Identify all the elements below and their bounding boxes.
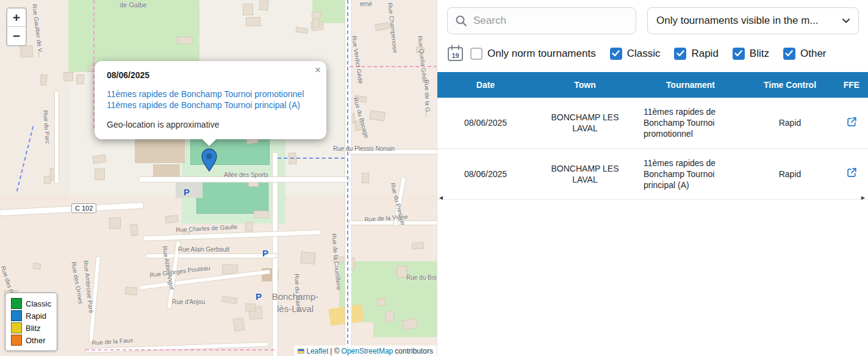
zoom-in-button[interactable]: +	[7, 9, 26, 27]
header-tournament[interactable]: Tournament	[636, 72, 745, 98]
map-building	[355, 96, 366, 102]
only-norm-label: Only norm tournaments	[487, 48, 596, 60]
filter-only-norm[interactable]: Only norm tournaments	[470, 48, 596, 60]
filter-rapid[interactable]: Rapid	[674, 48, 718, 60]
cell-ffe	[835, 98, 868, 148]
map-cycle-route	[347, 0, 348, 356]
zoom-out-button[interactable]: −	[7, 27, 26, 45]
rapid-label: Rapid	[691, 48, 718, 60]
map-building	[165, 216, 178, 223]
rapid-checkbox[interactable]	[674, 48, 686, 60]
map-building	[334, 256, 343, 262]
map[interactable]: de GalbeernéRue Gaultier de V...Rue du P…	[0, 0, 437, 356]
other-checkbox[interactable]	[783, 48, 795, 60]
map-building	[397, 266, 407, 278]
header-time-control[interactable]: Time Control	[745, 72, 835, 98]
calendar-icon[interactable]: 19	[447, 45, 464, 62]
legend-label: Other	[26, 336, 46, 345]
map-building	[412, 242, 423, 249]
legend-row: Blitz	[11, 322, 51, 334]
map-building	[33, 263, 40, 269]
tournament-panel: ◄ ► Only tournaments visible in the m...	[437, 0, 868, 356]
visibility-filter-select[interactable]: Only tournaments visible in the m...	[647, 7, 859, 34]
table-row[interactable]: 08/06/2025 BONCHAMP LES LAVAL 11èmes rap…	[437, 148, 868, 200]
table-row[interactable]: 08/06/2025 BONCHAMP LES LAVAL 11èmes rap…	[437, 98, 868, 148]
map-building	[20, 46, 32, 57]
cell-town: BONCHAMP LES LAVAL	[534, 98, 636, 148]
map-building	[375, 23, 389, 30]
blitz-checkbox[interactable]	[733, 48, 745, 60]
app-window: de GalbeernéRue Gaultier de V...Rue du P…	[0, 0, 868, 356]
map-building	[131, 225, 138, 236]
map-marker[interactable]	[201, 148, 217, 174]
map-building	[362, 173, 368, 183]
cell-town: BONCHAMP LES LAVAL	[534, 148, 636, 200]
legend-label: Rapid	[26, 311, 46, 321]
map-building	[246, 222, 253, 231]
popup-tournament-link[interactable]: 11èmes rapides de Bonchamp Tournoi promo…	[107, 89, 314, 100]
map-building	[301, 252, 315, 264]
header-ffe[interactable]: FFE	[835, 72, 868, 98]
map-building	[110, 218, 120, 228]
map-popup: × 08/06/2025 11èmes rapides de Bonchamp …	[95, 61, 326, 139]
cell-ffe	[835, 148, 868, 200]
search-box	[447, 7, 636, 34]
map-building	[259, 0, 268, 10]
map-pin-icon	[201, 148, 217, 172]
map-building	[378, 299, 385, 305]
collapse-panel-icon[interactable]: ◄	[438, 194, 444, 201]
map-building	[313, 20, 320, 27]
cell-time-control: Rapid	[745, 148, 835, 200]
cell-date: 08/06/2025	[437, 98, 534, 148]
osm-link[interactable]: OpenStreetMap	[342, 347, 393, 355]
tournament-table: Date Town Tournament Time Control FFE 08…	[437, 72, 868, 200]
popup-date: 08/06/2025	[107, 70, 314, 80]
chevron-down-icon	[841, 16, 851, 26]
map-road	[146, 254, 278, 258]
map-building	[77, 75, 84, 84]
panel-topbar: Only tournaments visible in the m...	[437, 0, 868, 34]
classic-label: Classic	[627, 48, 661, 60]
search-icon	[455, 15, 467, 27]
header-town[interactable]: Town	[534, 72, 636, 98]
ffe-external-link-icon[interactable]	[847, 117, 857, 129]
classic-checkbox[interactable]	[610, 48, 622, 60]
filter-other[interactable]: Other	[783, 48, 827, 60]
cell-tournament: 11èmes rapides de Bonchamp Tournoi promo…	[636, 98, 745, 148]
cell-tournament: 11èmes rapides de Bonchamp Tournoi princ…	[636, 148, 745, 200]
legend-swatch-classic	[11, 298, 22, 309]
map-town-label: Bonchamp-lès-Laval	[267, 291, 323, 316]
map-road	[55, 92, 59, 183]
map-building	[93, 154, 106, 163]
map-building	[356, 122, 363, 130]
table-header-row: Date Town Tournament Time Control FFE	[437, 72, 868, 98]
legend-label: Classic	[26, 299, 51, 308]
legend-row: Rapid	[11, 310, 51, 322]
map-building	[370, 111, 384, 121]
map-building	[403, 319, 418, 329]
leaflet-link[interactable]: Leaflet	[306, 347, 328, 355]
map-building	[223, 296, 237, 303]
search-input[interactable]	[447, 7, 636, 34]
attribution-separator: | ©	[330, 347, 339, 355]
popup-note: Geo-location is approximative	[107, 120, 314, 129]
expand-panel-icon[interactable]: ►	[860, 194, 866, 201]
only-norm-checkbox[interactable]	[470, 48, 482, 60]
map-building	[223, 265, 238, 275]
map-road	[350, 150, 437, 154]
attribution-suffix: contributors	[395, 347, 433, 355]
filter-blitz[interactable]: Blitz	[733, 48, 769, 60]
map-building	[246, 18, 260, 26]
ffe-external-link-icon[interactable]	[847, 167, 857, 180]
popup-tournament-link[interactable]: 11èmes rapides de Bonchamp Tournoi princ…	[107, 100, 314, 111]
legend-swatch-other	[11, 335, 22, 346]
map-building	[125, 287, 136, 294]
cell-date: 08/06/2025	[437, 148, 534, 200]
map-building	[44, 176, 50, 184]
header-date[interactable]: Date	[437, 72, 534, 98]
popup-close-icon[interactable]: ×	[315, 65, 321, 75]
map-building	[243, 4, 253, 15]
filter-classic[interactable]: Classic	[610, 48, 661, 60]
filter-row: 19 Only norm tournaments Classic Rapid	[437, 34, 868, 62]
map-building	[95, 169, 104, 179]
